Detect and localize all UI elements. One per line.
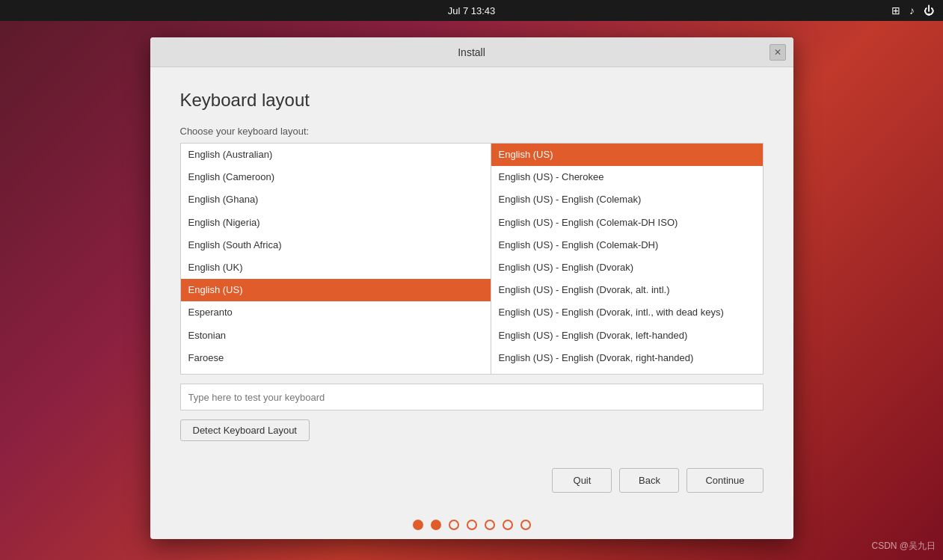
detect-keyboard-button[interactable]: Detect Keyboard Layout <box>180 419 310 441</box>
close-icon: ✕ <box>774 47 781 58</box>
list-item[interactable]: English (US) - English (Dvorak, left-han… <box>491 324 763 347</box>
keyboard-layout-lists: English (Australian)English (Cameroon)En… <box>180 143 764 375</box>
variant-list[interactable]: English (US)English (US) - CherokeeEngli… <box>491 144 763 374</box>
detect-button-label: Detect Keyboard Layout <box>193 425 297 436</box>
progress-dot <box>503 520 513 530</box>
datetime-label: Jul 7 13:43 <box>448 5 496 16</box>
page-title: Keyboard layout <box>180 90 764 111</box>
list-item[interactable]: English (US) - Cherokee <box>491 166 763 188</box>
quit-label: Quit <box>574 475 592 486</box>
list-item[interactable]: English (US) - English (Dvorak, right-ha… <box>491 347 763 369</box>
progress-dot <box>431 520 441 530</box>
network-icon: ⊞ <box>891 4 900 16</box>
install-dialog: Install ✕ Keyboard layout Choose your ke… <box>150 37 793 539</box>
dialog-titlebar: Install ✕ <box>150 37 793 67</box>
keyboard-test-input[interactable] <box>180 384 764 410</box>
language-list[interactable]: English (Australian)English (Cameroon)En… <box>181 144 491 374</box>
topbar: Jul 7 13:43 ⊞ ♪ ⏻ <box>0 0 943 21</box>
progress-dot <box>467 520 477 530</box>
list-item[interactable]: Filipino <box>181 369 491 374</box>
progress-dots <box>150 508 793 539</box>
sound-icon: ♪ <box>909 4 915 16</box>
progress-dot <box>413 520 423 530</box>
topbar-icons: ⊞ ♪ ⏻ <box>891 4 934 16</box>
progress-dot <box>485 520 495 530</box>
list-item[interactable]: English (US) - English (Dvorak, intl., w… <box>491 301 763 324</box>
list-item[interactable]: English (US) - English (Dvorak) <box>491 256 763 279</box>
progress-dot <box>449 520 459 530</box>
dialog-footer: Quit Back Continue <box>150 456 793 508</box>
list-item[interactable]: English (US) - English (Colemak-DH ISO) <box>491 212 763 234</box>
list-item[interactable]: Esperanto <box>181 301 491 324</box>
list-item[interactable]: English (South Africa) <box>181 234 491 256</box>
list-item[interactable]: English (US) - English (Colemak-DH) <box>491 234 763 256</box>
list-item[interactable]: English (UK) <box>181 256 491 279</box>
test-input-container <box>180 384 764 410</box>
list-item[interactable]: English (Australian) <box>181 144 491 166</box>
dialog-title: Install <box>458 46 485 58</box>
close-button[interactable]: ✕ <box>770 44 786 61</box>
list-item[interactable]: English (US) - English (Colemak) <box>491 188 763 211</box>
list-item[interactable]: Faroese <box>181 347 491 369</box>
list-item[interactable]: English (US) - English (Dvorak, alt. int… <box>491 279 763 301</box>
list-item[interactable]: English (Ghana) <box>181 188 491 211</box>
watermark: CSDN @吴九日 <box>871 540 936 553</box>
dialog-content: Keyboard layout Choose your keyboard lay… <box>150 67 793 456</box>
topbar-datetime: Jul 7 13:43 <box>448 5 496 16</box>
list-item[interactable]: Estonian <box>181 324 491 347</box>
list-item[interactable]: English (US) <box>181 279 491 301</box>
list-item[interactable]: English (US) <box>491 144 763 166</box>
list-item[interactable]: English (Nigeria) <box>181 212 491 234</box>
back-button[interactable]: Back <box>619 468 679 493</box>
quit-button[interactable]: Quit <box>552 468 612 493</box>
power-icon: ⏻ <box>924 4 934 16</box>
list-item[interactable]: English (Cameroon) <box>181 166 491 188</box>
continue-button[interactable]: Continue <box>686 468 763 493</box>
progress-dot <box>520 520 531 530</box>
continue-label: Continue <box>705 475 744 486</box>
back-label: Back <box>639 475 660 486</box>
list-item[interactable]: English (US) - English (Macintosh) <box>491 369 763 374</box>
choose-label: Choose your keyboard layout: <box>180 126 764 137</box>
